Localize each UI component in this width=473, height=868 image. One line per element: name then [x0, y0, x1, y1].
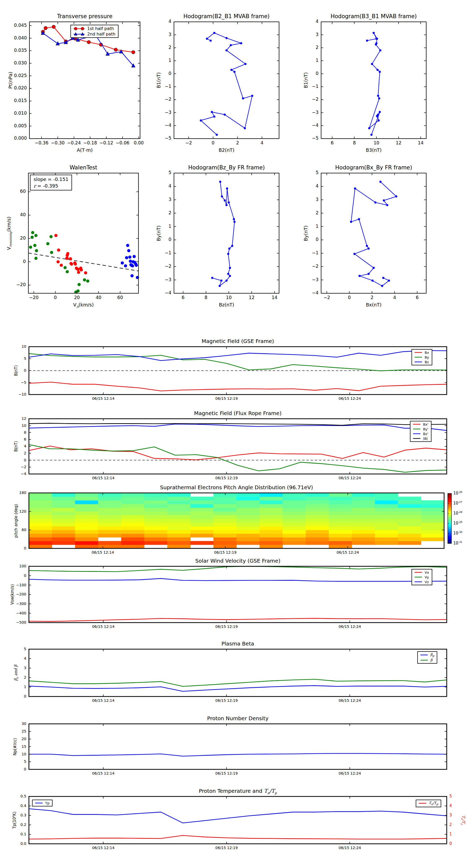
y-tick-label: 1	[296, 58, 318, 63]
hodogram-b3b1-plot	[321, 22, 426, 138]
right-y-tick-label: 0	[449, 841, 465, 846]
vsw-legend: VxVyVz	[411, 569, 432, 585]
x-tick-label: 06/15 12:14	[82, 846, 124, 850]
b-fr-legend: Bx'By'Bz'|B|	[410, 421, 432, 442]
legend-item: Bz	[414, 360, 429, 364]
y-tick-label: −2	[149, 264, 171, 269]
y-tick-label: 25	[4, 729, 26, 733]
legend-item: By'	[412, 427, 428, 431]
legend-label: 1st half path	[87, 26, 114, 31]
y-tick-label: −4	[149, 123, 171, 128]
legend-item: β	[420, 658, 434, 662]
y-tick-label: 10	[4, 424, 26, 428]
x-tick-label: 4	[241, 141, 283, 146]
y-tick-label: −3	[296, 110, 318, 115]
series-By	[29, 353, 447, 371]
colorbar	[448, 493, 451, 544]
y-tick-label: −2	[296, 97, 318, 102]
walen-test-xlabel: VA(km/s)	[28, 302, 138, 309]
hodogram-bzby-plot	[174, 173, 279, 293]
tp-1-legend: Te/Tp	[416, 800, 441, 807]
legend-item: Vx	[414, 570, 429, 575]
walen-test-title: WalenTest	[28, 164, 138, 171]
tp-ylabel: Tp(106K)	[12, 811, 17, 829]
hodogram-bzby-xlabel: Bz(nT)	[174, 302, 279, 308]
right-y-tick-label: 5	[449, 794, 465, 799]
x-tick-label: 06/15 12:19	[204, 550, 246, 555]
y-tick-label: 3	[296, 197, 318, 202]
x-tick-label: 06/15 12:24	[327, 550, 369, 555]
y-tick-label: 0	[4, 458, 26, 462]
y-tick-label: 3	[296, 32, 318, 37]
tp-0-legend: Tp	[32, 800, 53, 806]
x-tick-label: 06/15 12:24	[329, 396, 371, 401]
x-tick-label: 60	[99, 295, 141, 300]
x-tick-label: 06/15 12:14	[82, 771, 124, 775]
x-tick-label: 06/15 12:14	[82, 699, 124, 703]
tp-plot	[29, 797, 447, 844]
y-tick-label: −4	[149, 290, 171, 296]
y-tick-label: 0.015	[4, 98, 27, 103]
y-tick-label: −3	[149, 110, 171, 115]
y-tick-label: 8	[4, 430, 26, 435]
legend-label: Vz	[425, 580, 429, 584]
y-tick-label: −10	[4, 392, 26, 396]
y-tick-label: −300	[4, 601, 26, 606]
y-tick-label: 5	[4, 760, 26, 764]
legend-label: Bz'	[423, 432, 428, 436]
y-tick-label: −100	[4, 583, 26, 587]
legend-label: By	[425, 355, 429, 359]
colorbar-tick-label: 10-26	[453, 491, 462, 496]
y-tick-label: −2	[296, 264, 318, 269]
b-gse-plot	[29, 347, 447, 395]
y-tick-label: 30	[4, 721, 26, 726]
tp-right-ylabel: Te/Tp	[461, 815, 466, 825]
legend-item: 1st half path	[73, 26, 115, 31]
y-tick-label: 60	[3, 189, 26, 194]
hodogram-bxby-ylabel: By(nT)	[303, 225, 309, 241]
tp-title: Proton Temperature and Te/Tp	[29, 788, 447, 795]
series-Tp	[29, 809, 447, 823]
y-tick-label: 4	[149, 184, 171, 189]
y-tick-label: 3	[149, 32, 171, 37]
y-tick-label: 5	[149, 170, 171, 176]
y-tick-label: 2	[149, 45, 171, 50]
legend-line-sample-icon	[418, 801, 427, 805]
y-tick-label: 0.040	[4, 35, 27, 41]
b-gse-ylabel: B(nT)	[14, 365, 19, 376]
y-tick-label: −3	[296, 277, 318, 282]
y-tick-label: 100	[4, 564, 26, 568]
np-ylabel: Np(#/cc)	[13, 738, 18, 755]
legend-label: βp	[431, 653, 434, 658]
y-tick-label: 10	[4, 344, 26, 348]
series-Bx'	[29, 446, 447, 460]
y-tick-label: −2	[4, 465, 26, 469]
legend-item: By	[414, 355, 429, 359]
x-tick-label: 06/15 12:24	[329, 699, 371, 703]
y-tick-label: −200	[4, 592, 26, 596]
plasma-beta-ylabel: βp and β	[14, 665, 19, 681]
hodogram-bxby-title: Hodogram(Bx_By FR frame)	[321, 164, 426, 171]
y-tick-label: 0	[4, 694, 26, 699]
series-B3-B1 path	[366, 32, 381, 136]
legend-item: βp	[420, 653, 434, 658]
legend-line-sample-icon	[414, 580, 423, 584]
y-tick-label: 0.005	[4, 123, 27, 129]
legend-line-sample-icon	[414, 575, 423, 579]
colorbar-tick-label: 10-27	[453, 501, 462, 505]
y-tick-label: 4	[296, 184, 318, 189]
hodogram-b3b1-xlabel: B3(nT)	[321, 148, 426, 153]
y-tick-label: −1	[149, 250, 171, 256]
legend-item: Bx'	[412, 422, 428, 426]
hodogram-bzby-ylabel: By(nT)	[156, 225, 162, 241]
x-tick-label: 06/15 12:24	[329, 476, 371, 480]
hodogram-bzby-title: Hodogram(Bz_By FR frame)	[174, 164, 279, 171]
y-tick-label: 4	[296, 19, 318, 24]
hodogram-b2b1-ylabel: B1(nT)	[156, 72, 162, 88]
y-tick-label: −5	[149, 136, 171, 141]
legend-item: Bx	[414, 350, 429, 354]
legend-label: Tp	[45, 801, 49, 805]
y-tick-label: 0.010	[4, 111, 27, 116]
y-tick-label: 2	[296, 45, 318, 50]
y-tick-label: 0.045	[4, 23, 27, 28]
